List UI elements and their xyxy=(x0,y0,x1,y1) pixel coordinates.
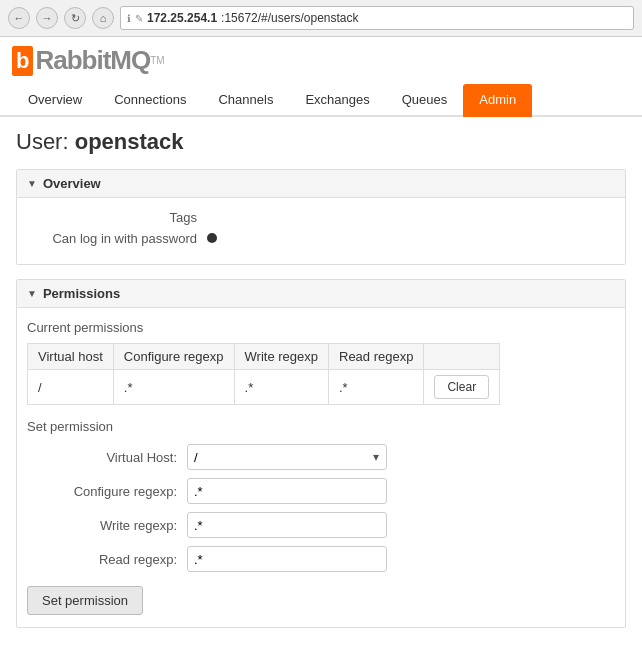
page-title-prefix: User: xyxy=(16,129,75,154)
forward-icon: → xyxy=(42,12,53,24)
overview-arrow-icon: ▼ xyxy=(27,178,37,189)
url-path: :15672/#/users/openstack xyxy=(221,11,358,25)
login-label: Can log in with password xyxy=(27,231,207,246)
overview-section-body: Tags Can log in with password xyxy=(17,198,625,264)
td-virtual-host: / xyxy=(28,370,114,405)
browser-chrome: ← → ↻ ⌂ ℹ ✎ 172.25.254.1:15672/#/users/o… xyxy=(0,0,642,37)
read-regexp-form-label: Read regexp: xyxy=(27,552,187,567)
th-read-regexp: Read regexp xyxy=(329,344,424,370)
nav-item-channels[interactable]: Channels xyxy=(202,84,289,117)
permissions-section-header[interactable]: ▼ Permissions xyxy=(17,280,625,308)
back-button[interactable]: ← xyxy=(8,7,30,29)
th-actions xyxy=(424,344,500,370)
clear-button[interactable]: Clear xyxy=(434,375,489,399)
permissions-section: ▼ Permissions Current permissions Virtua… xyxy=(16,279,626,628)
set-permission-button[interactable]: Set permission xyxy=(27,586,143,615)
configure-regexp-input[interactable] xyxy=(187,478,387,504)
home-button[interactable]: ⌂ xyxy=(92,7,114,29)
back-icon: ← xyxy=(14,12,25,24)
read-regexp-row: Read regexp: xyxy=(27,546,615,572)
tags-label: Tags xyxy=(27,210,207,225)
nav-item-overview[interactable]: Overview xyxy=(12,84,98,117)
app-header: b RabbitMQTM xyxy=(0,37,642,84)
logo-text: RabbitMQ xyxy=(35,45,150,76)
td-configure-regexp: .* xyxy=(113,370,234,405)
home-icon: ⌂ xyxy=(100,12,107,24)
tags-row: Tags xyxy=(27,210,615,225)
permissions-arrow-icon: ▼ xyxy=(27,288,37,299)
th-write-regexp: Write regexp xyxy=(234,344,328,370)
page-title-user: openstack xyxy=(75,129,184,154)
overview-section-label: Overview xyxy=(43,176,101,191)
edit-icon: ✎ xyxy=(135,13,143,24)
nav-item-queues[interactable]: Queues xyxy=(386,84,464,117)
info-icon: ℹ xyxy=(127,13,131,24)
nav-item-connections[interactable]: Connections xyxy=(98,84,202,117)
permissions-table: Virtual host Configure regexp Write rege… xyxy=(27,343,500,405)
write-regexp-form-label: Write regexp: xyxy=(27,518,187,533)
login-row: Can log in with password xyxy=(27,231,615,246)
td-write-regexp: .* xyxy=(234,370,328,405)
url-host: 172.25.254.1 xyxy=(147,11,217,25)
page-title: User: openstack xyxy=(16,129,626,155)
login-dot-icon xyxy=(207,233,217,243)
write-regexp-input[interactable] xyxy=(187,512,387,538)
td-clear: Clear xyxy=(424,370,500,405)
logo-tm: TM xyxy=(150,55,164,66)
overview-section: ▼ Overview Tags Can log in with password xyxy=(16,169,626,265)
set-permission-label: Set permission xyxy=(27,419,615,434)
table-header-row: Virtual host Configure regexp Write rege… xyxy=(28,344,500,370)
refresh-icon: ↻ xyxy=(71,12,80,25)
virtual-host-form-label: Virtual Host: xyxy=(27,450,187,465)
nav-bar: Overview Connections Channels Exchanges … xyxy=(0,84,642,117)
th-virtual-host: Virtual host xyxy=(28,344,114,370)
configure-regexp-row: Configure regexp: xyxy=(27,478,615,504)
current-permissions-label: Current permissions xyxy=(27,320,615,335)
forward-button[interactable]: → xyxy=(36,7,58,29)
nav-item-exchanges[interactable]: Exchanges xyxy=(289,84,385,117)
virtual-host-row: Virtual Host: / xyxy=(27,444,615,470)
nav-item-admin[interactable]: Admin xyxy=(463,84,532,117)
table-row: / .* .* .* Clear xyxy=(28,370,500,405)
read-regexp-input[interactable] xyxy=(187,546,387,572)
refresh-button[interactable]: ↻ xyxy=(64,7,86,29)
permissions-section-body: Current permissions Virtual host Configu… xyxy=(17,308,625,627)
logo-box: b xyxy=(12,46,33,76)
page-content: User: openstack ▼ Overview Tags Can log … xyxy=(0,117,642,654)
login-value xyxy=(207,231,217,246)
configure-regexp-form-label: Configure regexp: xyxy=(27,484,187,499)
permissions-section-label: Permissions xyxy=(43,286,120,301)
logo: b RabbitMQTM xyxy=(12,45,630,76)
overview-section-header[interactable]: ▼ Overview xyxy=(17,170,625,198)
logo-box-text: b xyxy=(16,48,29,73)
write-regexp-row: Write regexp: xyxy=(27,512,615,538)
td-read-regexp: .* xyxy=(329,370,424,405)
virtual-host-select-wrapper: / xyxy=(187,444,387,470)
virtual-host-select[interactable]: / xyxy=(187,444,387,470)
th-configure-regexp: Configure regexp xyxy=(113,344,234,370)
address-bar[interactable]: ℹ ✎ 172.25.254.1:15672/#/users/openstack xyxy=(120,6,634,30)
